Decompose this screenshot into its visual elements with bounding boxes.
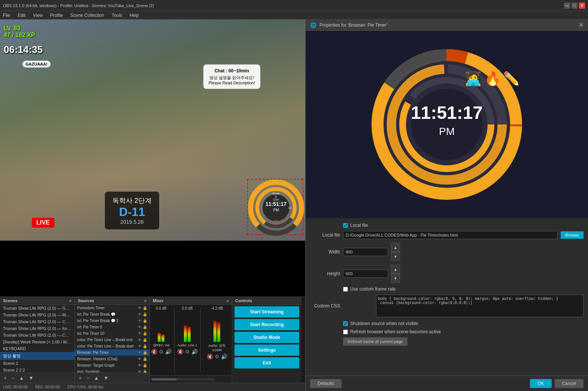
defaults-button[interactable]: Defaults xyxy=(310,379,342,388)
scene-item[interactable]: [Sunday] Week Review (< 1:00 / Week) xyxy=(0,339,75,345)
mixer-audio-icon[interactable]: 🔊 xyxy=(191,349,198,355)
start-recording-button[interactable]: Start Recording xyxy=(234,319,299,330)
menu-profile[interactable]: Profile xyxy=(49,12,64,19)
source-item[interactable]: Browser: Target Graph 👁 🔒 xyxy=(75,362,149,369)
mixer-gear-icon[interactable]: ⚙ xyxy=(215,354,219,360)
eye-icon[interactable]: 👁 xyxy=(138,312,142,316)
move-source-down-button[interactable]: ▼ xyxy=(102,374,110,382)
cancel-button[interactable]: Cancel xyxy=(555,379,584,388)
height-input[interactable] xyxy=(343,270,388,278)
scene-item[interactable]: Truman Show Life RPG (2.0) — CAM ONLY xyxy=(0,332,75,339)
menu-tools[interactable]: Tools xyxy=(110,12,124,19)
mixer-scrollbar[interactable] xyxy=(150,375,232,383)
maximize-button[interactable]: □ xyxy=(572,3,578,9)
close-obs-button[interactable]: ✕ xyxy=(579,3,585,9)
start-streaming-button[interactable]: Start Streaming xyxy=(234,306,299,318)
lock-icon[interactable]: 🔒 xyxy=(143,331,147,336)
mixer-mute-icon[interactable]: 🔇 xyxy=(177,349,184,355)
lock-icon[interactable]: 🔒 xyxy=(143,338,147,342)
lock-icon[interactable]: 🔒 xyxy=(143,351,147,355)
eye-icon[interactable]: 👁 xyxy=(138,370,142,373)
scenes-list[interactable]: Truman Show Life RPG (2.0) — GooRooMee..… xyxy=(0,305,75,373)
mixer-audio-icon[interactable]: 🔊 xyxy=(165,349,172,355)
lock-icon[interactable]: 🔒 xyxy=(143,319,147,323)
width-input[interactable] xyxy=(343,248,388,256)
source-item[interactable]: txt: Pie Timer 10 👁 🔒 xyxy=(75,330,149,337)
source-item[interactable]: txt: Pie Timer Break 💬 2 👁 🔒 xyxy=(75,318,149,324)
menu-edit[interactable]: Edit xyxy=(16,12,27,19)
refresh-cache-button[interactable]: Refresh cache of current page xyxy=(343,337,407,346)
custom-css-input[interactable]: body { background-color: rgba(0, 0, 0, 0… xyxy=(376,295,584,317)
mixer-mute-icon[interactable]: 🔇 xyxy=(151,349,157,355)
source-item[interactable]: Pomodoro Timer 👁 🔒 xyxy=(75,305,149,311)
add-scene-button[interactable]: + xyxy=(2,374,8,382)
height-up-button[interactable]: ▲ xyxy=(391,265,400,274)
controls-header: Controls xyxy=(232,297,301,305)
mixer-gear-icon[interactable]: ⚙ xyxy=(159,349,164,355)
scene-item[interactable]: Scene 2 2 2 xyxy=(0,367,75,373)
mixer-gear-icon[interactable]: ⚙ xyxy=(185,349,190,355)
exit-button[interactable]: Exit xyxy=(234,357,299,369)
scene-item[interactable]: Truman Show Life RPG (2.0) — MY CAM MO xyxy=(0,312,75,318)
eye-icon[interactable]: 👁 xyxy=(138,331,142,336)
svg-text:PM: PM xyxy=(439,126,455,137)
studio-mode-button[interactable]: Studio Mode xyxy=(234,332,299,343)
scene-item[interactable]: Truman Show Life RPG (2.0) — CAM ONLY! xyxy=(0,318,75,325)
svg-text:Chat: Chat xyxy=(273,198,279,201)
eye-icon[interactable]: 👁 xyxy=(138,338,142,342)
eye-icon[interactable]: 👁 xyxy=(138,306,142,310)
eye-icon[interactable]: 👁 xyxy=(138,351,142,355)
move-scene-up-button[interactable]: ▲ xyxy=(17,374,25,382)
lock-icon[interactable]: 🔒 xyxy=(143,363,147,367)
close-properties-button[interactable]: ✕ xyxy=(579,21,584,28)
lock-icon[interactable]: 🔒 xyxy=(143,344,147,348)
eye-icon[interactable]: 👁 xyxy=(138,357,142,361)
move-source-up-button[interactable]: ▲ xyxy=(92,374,100,382)
scene-item-selected[interactable]: 영상 촬영 xyxy=(0,352,75,360)
lock-icon[interactable]: 🔒 xyxy=(143,306,147,310)
menu-view[interactable]: View xyxy=(31,12,44,19)
eye-icon[interactable]: 👁 xyxy=(138,325,142,329)
width-up-button[interactable]: ▲ xyxy=(391,243,400,252)
scene-item[interactable]: Truman Show Life RPG (2.0) — for Thumbna… xyxy=(0,325,75,332)
refresh-browser-checkbox[interactable] xyxy=(343,330,348,334)
custom-frame-rate-checkbox[interactable] xyxy=(343,287,348,292)
mixer-audio-icon[interactable]: 🔊 xyxy=(221,354,227,360)
lock-icon[interactable]: 🔒 xyxy=(143,325,147,329)
eye-icon[interactable]: 👁 xyxy=(138,344,142,348)
minimize-button[interactable]: — xyxy=(564,3,570,9)
local-file-checkbox[interactable] xyxy=(343,223,348,228)
width-down-button[interactable]: ▼ xyxy=(391,252,400,261)
eye-icon[interactable]: 👁 xyxy=(138,363,142,367)
lock-icon[interactable]: 🔒 xyxy=(143,357,147,361)
source-item[interactable]: color: Pie Timer Line – Break start 👁 🔒 xyxy=(75,343,149,349)
menu-file[interactable]: File xyxy=(1,12,12,19)
height-down-button[interactable]: ▼ xyxy=(391,274,400,283)
shutdown-source-checkbox[interactable] xyxy=(343,321,348,326)
preview-content: 2019. 5. 15 (Wed) 5/5 【목(식.심)】 214/367 P… xyxy=(0,19,305,241)
source-item[interactable]: txt: Pie Timer 0 👁 🔒 xyxy=(75,324,149,330)
browse-button[interactable]: Browse xyxy=(561,231,584,239)
move-scene-down-button[interactable]: ▼ xyxy=(27,374,35,382)
source-item-selected[interactable]: Browser: Pie Timer 👁 🔒 xyxy=(75,349,149,356)
source-item[interactable]: color: Pie Timer Line – Break end 👁 🔒 xyxy=(75,337,149,343)
remove-source-button[interactable]: − xyxy=(85,374,91,382)
scene-item[interactable]: Scene 2 xyxy=(0,360,75,367)
eye-icon[interactable]: 👁 xyxy=(138,319,142,323)
ok-button[interactable]: OK xyxy=(530,379,551,388)
source-item[interactable]: txt: Pie Timer Break 💬 👁 🔒 xyxy=(75,311,149,318)
lock-icon[interactable]: 🔒 xyxy=(143,312,147,316)
settings-button[interactable]: Settings xyxy=(234,345,299,356)
remove-scene-button[interactable]: − xyxy=(10,374,16,382)
source-item[interactable]: img: Symbols 👁 🔒 xyxy=(75,369,149,373)
mixer-mute-icon[interactable]: 🔇 xyxy=(207,354,213,360)
menu-help[interactable]: Help xyxy=(128,12,140,19)
sources-list[interactable]: Pomodoro Timer 👁 🔒 txt: Pie Timer Break … xyxy=(75,305,149,373)
scene-item[interactable]: KEYBOARD xyxy=(0,345,75,352)
menu-scene-collection[interactable]: Scene Collection xyxy=(69,12,106,19)
lock-icon[interactable]: 🔒 xyxy=(143,370,147,373)
source-item[interactable]: Browser: Viewers (Chat) 👁 🔒 xyxy=(75,356,149,362)
add-source-button[interactable]: + xyxy=(77,374,83,382)
local-file-input[interactable] xyxy=(343,231,558,239)
scene-item[interactable]: Truman Show Life RPG (2.0) — GooRooMee..… xyxy=(0,305,75,312)
